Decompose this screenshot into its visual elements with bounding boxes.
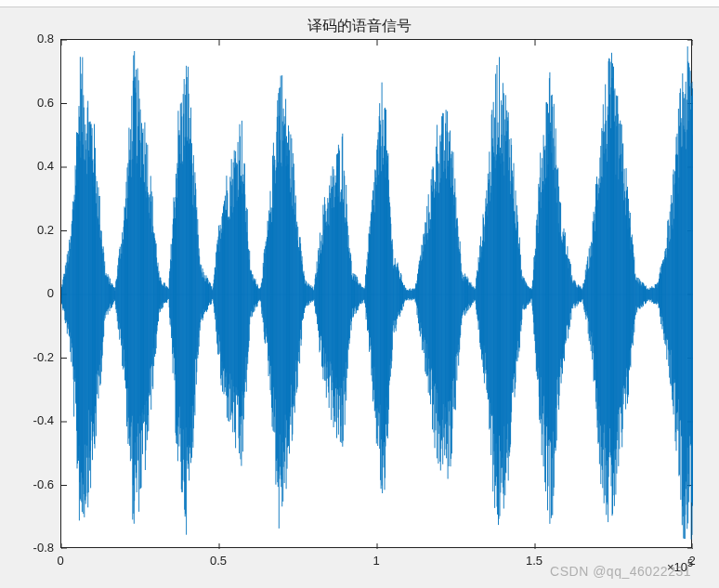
watermark-text: CSDN @qq_46022231 [550, 564, 691, 579]
x-tick-label: 0 [57, 554, 63, 568]
y-tick-label: 0.8 [7, 32, 54, 46]
y-tick-label: -0.2 [7, 350, 54, 364]
x-tick-label: 1 [373, 554, 379, 568]
chart-title: 译码的语音信号 [0, 17, 719, 36]
y-tick-label: -0.8 [7, 541, 54, 555]
y-tick-label: -0.4 [7, 413, 54, 427]
y-tick-label: 0.4 [7, 159, 54, 173]
y-tick-label: 0.2 [7, 223, 54, 237]
y-tick-label: 0 [7, 286, 54, 300]
chart-axes [60, 39, 692, 548]
y-tick-label: 0.6 [7, 96, 54, 110]
x-tick-label: 1.5 [526, 554, 543, 568]
window-topbar [0, 0, 719, 7]
chart-canvas [61, 40, 693, 549]
x-tick-label: 0.5 [210, 554, 227, 568]
y-tick-label: -0.6 [7, 477, 54, 491]
x-tick-label: 2 [688, 554, 695, 568]
